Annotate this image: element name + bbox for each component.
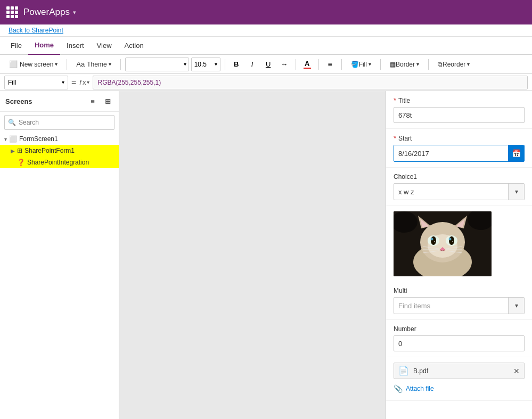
multi-select[interactable]: Find items ▾ xyxy=(394,297,525,314)
title-field: * Title xyxy=(386,91,532,129)
title-label: * Title xyxy=(394,96,525,104)
choice1-value: x w z xyxy=(394,184,508,200)
font-color-button[interactable]: A xyxy=(300,57,314,71)
number-field: Number xyxy=(386,320,532,357)
formscreen1-chevron: ▾ xyxy=(4,136,7,142)
multi-label: Multi xyxy=(394,287,525,294)
toolbar: ⬜ New screen ▾ Aa Theme ▾ ▾ 10.5 ▾ B I U… xyxy=(0,55,532,74)
align-button[interactable]: ≡ xyxy=(323,57,337,71)
top-bar: PowerApps ▾ xyxy=(0,0,532,24)
toolbar-divider-8 xyxy=(428,59,429,70)
start-required-star: * xyxy=(394,134,396,142)
file-remove-button[interactable]: ✕ xyxy=(513,367,520,375)
bold-button[interactable]: B xyxy=(230,57,243,71)
start-field: * Start 📅 xyxy=(386,129,532,168)
choice1-dropdown-arrow[interactable]: ▾ xyxy=(508,184,524,200)
start-date-input[interactable] xyxy=(394,145,508,161)
canvas-area xyxy=(119,91,386,419)
sidebar-header-icons: ≡ ⊞ xyxy=(87,95,113,107)
right-panel: * Title * Start 📅 Choice1 x w z ▾ xyxy=(386,91,532,419)
number-label: Number xyxy=(394,325,525,333)
app-title-chevron[interactable]: ▾ xyxy=(73,9,76,16)
search-icon: 🔍 xyxy=(8,119,16,126)
multi-placeholder: Find items xyxy=(394,298,508,314)
sidebar-header: Screens ≡ ⊞ xyxy=(0,91,119,112)
number-label-text: Number xyxy=(394,325,416,333)
choice1-label: Choice1 xyxy=(394,173,525,180)
sharepointform1-chevron: ▶ xyxy=(11,148,15,154)
file-attachment: 📄 B.pdf ✕ xyxy=(394,363,525,379)
start-date-wrapper: 📅 xyxy=(394,145,525,162)
multi-field: Multi Find items ▾ xyxy=(386,282,532,320)
formula-input[interactable] xyxy=(93,76,528,89)
border-button[interactable]: ▦ Border ▾ xyxy=(385,57,424,72)
attachment-field: 📄 B.pdf ✕ 📎 Attach file xyxy=(386,357,532,401)
toolbar-divider-6 xyxy=(341,59,342,70)
underline-button[interactable]: U xyxy=(261,57,275,71)
app-grid-icon[interactable] xyxy=(6,6,18,18)
toolbar-divider-5 xyxy=(318,59,319,70)
font-size-dropdown[interactable]: 10.5 ▾ xyxy=(191,57,220,71)
formscreen1-label: FormScreen1 xyxy=(19,135,58,143)
italic-button[interactable]: I xyxy=(245,57,259,71)
back-to-sharepoint-link[interactable]: Back to SharePoint xyxy=(0,24,532,37)
svg-point-13 xyxy=(449,236,454,245)
cat-image xyxy=(394,211,492,276)
choice1-select[interactable]: x w z ▾ xyxy=(394,183,525,200)
menu-view[interactable]: View xyxy=(91,37,118,55)
screens-title: Screens xyxy=(5,97,32,105)
multi-label-text: Multi xyxy=(394,287,407,294)
toolbar-divider-7 xyxy=(380,59,381,70)
menu-insert[interactable]: Insert xyxy=(60,37,91,55)
svg-point-15 xyxy=(449,238,452,241)
fill-icon: 🪣 xyxy=(351,61,359,68)
file-name: B.pdf xyxy=(413,367,509,375)
sharepointform1-tree-item[interactable]: ▶ ⊞ SharePointForm1 xyxy=(0,145,119,157)
reorder-icon: ⧉ xyxy=(438,61,443,68)
title-input[interactable] xyxy=(394,107,525,123)
font-family-dropdown[interactable]: ▾ xyxy=(125,57,189,71)
multi-dropdown-arrow[interactable]: ▾ xyxy=(508,298,524,314)
pdf-icon: 📄 xyxy=(398,366,409,376)
form-icon: ⊞ xyxy=(17,147,22,154)
app-title: PowerApps ▾ xyxy=(23,7,76,18)
menu-file[interactable]: File xyxy=(4,37,28,55)
menu-action[interactable]: Action xyxy=(118,37,150,55)
sidebar: Screens ≡ ⊞ 🔍 ▾ ⬜ FormScreen1 ▶ ⊞ ShareP… xyxy=(0,91,119,419)
fill-button[interactable]: 🪣 Fill ▾ xyxy=(346,57,376,72)
integration-icon: ❓ xyxy=(17,159,25,166)
strikethrough-button[interactable]: ↔ xyxy=(277,57,291,71)
calendar-button[interactable]: 📅 xyxy=(508,145,524,161)
border-icon: ▦ xyxy=(390,61,396,68)
sharepointintegration-tree-item[interactable]: ▶ ❓ SharePointIntegration xyxy=(0,157,119,168)
formula-bar: Fill ▾ = f x ▾ xyxy=(0,74,532,91)
svg-point-16 xyxy=(434,241,435,242)
reorder-button[interactable]: ⧉ Reorder ▾ xyxy=(433,57,474,72)
attach-label: Attach file xyxy=(406,385,434,392)
theme-icon: Aa xyxy=(76,60,85,68)
app-name: PowerApps xyxy=(23,7,70,18)
attach-icon: 📎 xyxy=(394,384,403,393)
new-screen-button[interactable]: ⬜ New screen ▾ xyxy=(4,57,62,72)
equals-sign: = xyxy=(71,78,76,87)
svg-point-17 xyxy=(452,241,453,242)
theme-button[interactable]: Aa Theme ▾ xyxy=(71,57,116,72)
start-label: * Start xyxy=(394,134,525,142)
sharepointform1-label: SharePointForm1 xyxy=(24,147,75,154)
title-label-text: Title xyxy=(398,97,410,104)
main-area: Screens ≡ ⊞ 🔍 ▾ ⬜ FormScreen1 ▶ ⊞ ShareP… xyxy=(0,91,532,419)
list-view-icon[interactable]: ≡ xyxy=(87,95,99,107)
fx-label: f x ▾ xyxy=(79,78,89,86)
search-input[interactable] xyxy=(19,119,111,126)
svg-point-12 xyxy=(431,236,436,245)
search-box[interactable]: 🔍 xyxy=(4,115,114,130)
fill-property-dropdown[interactable]: Fill ▾ xyxy=(4,76,68,89)
title-required-star: * xyxy=(394,96,396,104)
fx-x: x xyxy=(83,78,86,86)
attach-file-button[interactable]: 📎 Attach file xyxy=(394,382,525,395)
grid-view-icon[interactable]: ⊞ xyxy=(102,95,113,107)
number-input[interactable] xyxy=(394,335,525,351)
formscreen1-tree-item[interactable]: ▾ ⬜ FormScreen1 xyxy=(0,133,119,145)
menu-home[interactable]: Home xyxy=(28,37,60,55)
screen-icon: ⬜ xyxy=(9,135,17,143)
